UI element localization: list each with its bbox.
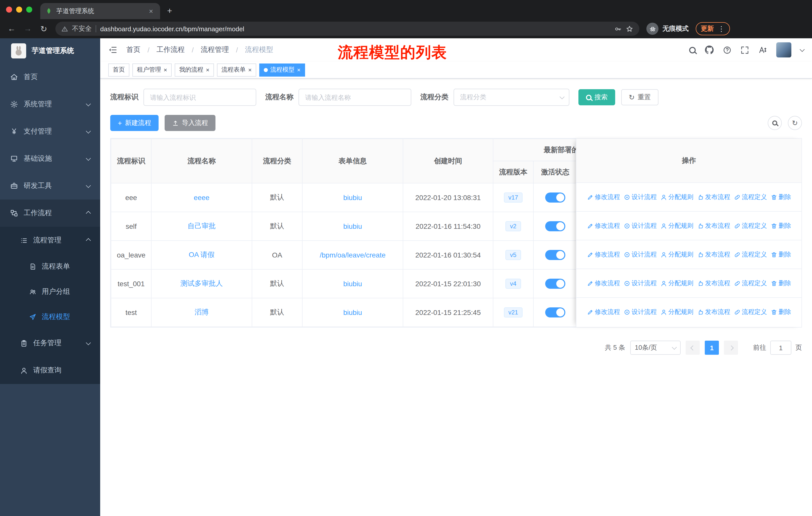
tab-close-icon[interactable]: × <box>147 7 155 15</box>
tag-my-process[interactable]: 我的流程 × <box>175 63 214 76</box>
active-toggle[interactable] <box>545 250 565 260</box>
form-info-link[interactable]: biubiu <box>343 280 362 288</box>
process-category-select[interactable]: 流程分类 <box>454 89 569 106</box>
action-design-process[interactable]: 设计流程 <box>624 279 657 288</box>
action-publish-process[interactable]: 发布流程 <box>697 308 730 317</box>
action-publish-process[interactable]: 发布流程 <box>697 221 730 230</box>
action-modify-process[interactable]: 修改流程 <box>587 193 620 201</box>
create-process-button[interactable]: + 新建流程 <box>110 115 158 131</box>
current-page-button[interactable]: 1 <box>705 341 719 355</box>
sidebar-item-home[interactable]: 首页 <box>0 63 100 91</box>
sidebar-item-user-group[interactable]: 用户分组 <box>0 279 100 304</box>
process-name-link[interactable]: 自己审批 <box>187 222 216 230</box>
import-process-button[interactable]: 导入流程 <box>165 115 215 131</box>
action-assign-rule[interactable]: 分配规则 <box>660 308 693 317</box>
form-info-link[interactable]: biubiu <box>343 308 362 317</box>
action-modify-process[interactable]: 修改流程 <box>587 221 620 230</box>
new-tab-button[interactable]: + <box>167 6 172 16</box>
back-button[interactable]: ← <box>7 24 16 33</box>
goto-page-input[interactable] <box>770 341 791 355</box>
active-toggle[interactable] <box>545 279 565 289</box>
process-id-input[interactable] <box>143 89 256 106</box>
help-question-icon[interactable] <box>723 46 731 54</box>
process-name-input[interactable] <box>298 89 411 106</box>
sidebar-item-dev-tools[interactable]: 研发工具 <box>0 172 100 199</box>
reset-button[interactable]: ↻ 重置 <box>621 89 658 105</box>
action-design-process[interactable]: 设计流程 <box>624 250 657 259</box>
action-publish-process[interactable]: 发布流程 <box>697 193 730 201</box>
browser-menu-icon[interactable]: ⋮ <box>718 25 725 33</box>
action-assign-rule[interactable]: 分配规则 <box>660 279 693 288</box>
font-size-icon[interactable] <box>758 45 767 54</box>
tag-close-icon[interactable]: × <box>164 67 167 73</box>
user-avatar[interactable] <box>776 42 791 57</box>
active-toggle[interactable] <box>545 307 565 318</box>
form-info-link[interactable]: biubiu <box>343 222 362 230</box>
process-name-link[interactable]: eeee <box>194 193 209 201</box>
search-button[interactable]: 搜索 <box>578 89 615 105</box>
action-delete[interactable]: 删除 <box>771 221 791 230</box>
tag-close-icon[interactable]: × <box>297 67 300 73</box>
active-toggle[interactable] <box>545 192 565 202</box>
process-name-link[interactable]: 滔博 <box>195 308 209 316</box>
sidebar-item-process-model[interactable]: 流程模型 <box>0 304 100 330</box>
action-delete[interactable]: 删除 <box>771 308 791 317</box>
tag-close-icon[interactable]: × <box>248 67 252 73</box>
active-toggle[interactable] <box>545 221 565 231</box>
sidebar-item-process-form[interactable]: 流程表单 <box>0 254 100 279</box>
page-size-select[interactable]: 10条/页 <box>630 341 680 355</box>
prev-page-button[interactable] <box>686 341 700 355</box>
action-publish-process[interactable]: 发布流程 <box>697 279 730 288</box>
toggle-search-button[interactable] <box>768 116 782 130</box>
forward-button[interactable]: → <box>23 24 32 33</box>
sidebar-item-task-management[interactable]: 任务管理 <box>0 330 100 357</box>
action-delete[interactable]: 删除 <box>771 250 791 259</box>
sidebar-item-process-management[interactable]: 流程管理 <box>0 227 100 254</box>
tag-home[interactable]: 首页 <box>108 63 129 76</box>
action-assign-rule[interactable]: 分配规则 <box>660 250 693 259</box>
action-modify-process[interactable]: 修改流程 <box>587 308 620 317</box>
bookmark-star-icon[interactable] <box>626 25 633 32</box>
tag-close-icon[interactable]: × <box>206 67 209 73</box>
process-name-link[interactable]: OA 请假 <box>189 250 215 259</box>
action-process-definition[interactable]: 流程定义 <box>734 221 767 230</box>
security-label[interactable]: 不安全 <box>72 24 92 33</box>
form-info-link[interactable]: biubiu <box>343 193 362 201</box>
sidebar-item-payment[interactable]: 支付管理 <box>0 118 100 145</box>
action-delete[interactable]: 删除 <box>771 279 791 288</box>
url-text[interactable]: dashboard.yudao.iocoder.cn/bpm/manager/m… <box>100 25 244 32</box>
refresh-table-button[interactable]: ↻ <box>788 116 802 130</box>
zoom-window-button[interactable] <box>26 6 32 12</box>
fullscreen-icon[interactable] <box>741 46 749 54</box>
action-modify-process[interactable]: 修改流程 <box>587 279 620 288</box>
form-info-link[interactable]: /bpm/oa/leave/create <box>320 251 386 259</box>
reload-button[interactable]: ↻ <box>39 24 48 33</box>
action-delete[interactable]: 删除 <box>771 193 791 201</box>
next-page-button[interactable] <box>724 341 738 355</box>
action-process-definition[interactable]: 流程定义 <box>734 308 767 317</box>
sidebar-item-system[interactable]: 系统管理 <box>0 91 100 118</box>
header-search-icon[interactable] <box>689 47 696 53</box>
action-process-definition[interactable]: 流程定义 <box>734 250 767 259</box>
sidebar-item-workflow[interactable]: 工作流程 <box>0 199 100 227</box>
avatar-caret-icon[interactable] <box>800 47 805 52</box>
tag-process-form[interactable]: 流程表单 × <box>217 63 256 76</box>
minimize-window-button[interactable] <box>16 6 22 12</box>
action-assign-rule[interactable]: 分配规则 <box>660 221 693 230</box>
address-bar[interactable]: 不安全 dashboard.yudao.iocoder.cn/bpm/manag… <box>55 22 639 36</box>
breadcrumb-home[interactable]: 首页 <box>126 45 141 54</box>
breadcrumb-workflow[interactable]: 工作流程 <box>156 45 185 54</box>
tag-process-model[interactable]: 流程模型 × <box>259 63 305 76</box>
close-window-button[interactable] <box>6 6 12 12</box>
browser-tab[interactable]: 芋道管理系统 × <box>40 3 160 19</box>
action-publish-process[interactable]: 发布流程 <box>697 250 730 259</box>
action-process-definition[interactable]: 流程定义 <box>734 193 767 201</box>
action-modify-process[interactable]: 修改流程 <box>587 250 620 259</box>
sidebar-item-infrastructure[interactable]: 基础设施 <box>0 145 100 172</box>
browser-update-button[interactable]: 更新 ⋮ <box>696 22 730 35</box>
action-design-process[interactable]: 设计流程 <box>624 193 657 201</box>
action-process-definition[interactable]: 流程定义 <box>734 279 767 288</box>
action-design-process[interactable]: 设计流程 <box>624 221 657 230</box>
github-icon[interactable] <box>705 45 714 54</box>
sidebar-fold-icon[interactable] <box>108 45 117 54</box>
